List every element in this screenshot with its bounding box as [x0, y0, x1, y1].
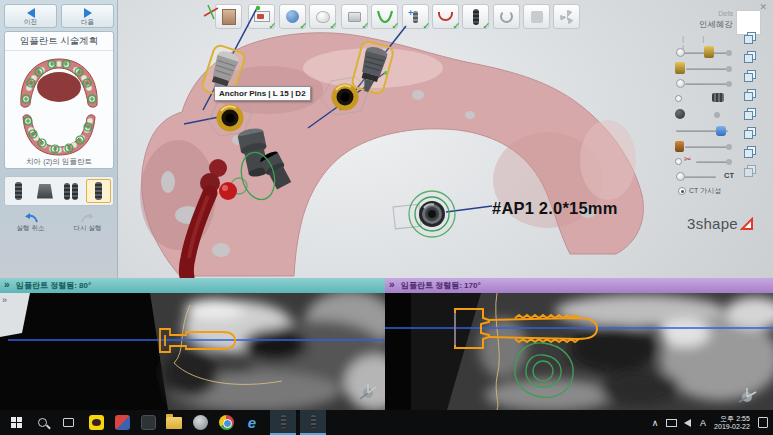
copy-layer-button-5[interactable]: [744, 108, 758, 121]
ie-icon: e: [248, 414, 256, 431]
taskbar-search-button[interactable]: [30, 410, 54, 435]
ap1-dimension-label: #AP1 2.0*15mm: [492, 199, 618, 218]
ct-cross-section-right[interactable]: [385, 293, 773, 410]
upper-jaw-overview-image[interactable]: [5, 51, 113, 109]
chrome-icon: [219, 415, 234, 430]
radio-icon[interactable]: [675, 95, 682, 102]
ct-cross-section-left[interactable]: [0, 293, 385, 410]
ime-label: A: [700, 418, 706, 428]
red-blue-app-icon: [115, 415, 130, 430]
taskbar-app-2[interactable]: [110, 410, 134, 435]
undo-arrow-icon: [23, 213, 39, 223]
visibility-panel: | | | ✂: [674, 28, 770, 213]
ct-slider-label: CT: [724, 171, 734, 180]
implant-app-icon: [311, 415, 316, 428]
windows-taskbar: e ∧ A 오후 2:55 2019-02-22: [0, 410, 773, 435]
anchor-pin-icon: [95, 182, 102, 200]
notification-icon: [758, 417, 768, 428]
action-center-button[interactable]: [754, 410, 772, 435]
cross-section-panel-left: » 임플란트 정렬됨: 80° »: [0, 278, 385, 410]
taskbar-clock[interactable]: 오후 2:55 2019-02-22: [712, 410, 752, 435]
copy-layer-button-2[interactable]: [744, 51, 758, 64]
clock-date: 2019-02-22: [714, 423, 750, 431]
lower-jaw-overview-image[interactable]: [5, 113, 113, 163]
implant-app-icon: [281, 415, 286, 428]
tray-volume-icon[interactable]: [681, 410, 694, 435]
taskbar-app-3[interactable]: [136, 410, 160, 435]
tray-overflow-chevron[interactable]: ∧: [648, 410, 662, 435]
slider-dark-model[interactable]: [676, 108, 732, 122]
windows-logo-icon: [11, 417, 22, 428]
task-view-button[interactable]: [56, 410, 80, 435]
active-app-implant-studio-1[interactable]: [270, 410, 296, 435]
copper-cylinder-icon: [675, 141, 684, 152]
copy-layer-button-7[interactable]: [744, 146, 758, 159]
anchor-pin-tooltip: Anchor Pins | L 15 | D2: [214, 86, 311, 101]
next-step-button[interactable]: 다음: [61, 4, 114, 28]
dark-app-icon: [141, 415, 156, 430]
kakao-icon: [89, 415, 104, 430]
cross-section-header-left[interactable]: » 임플란트 정렬됨: 80°: [0, 278, 385, 293]
folder-icon: [166, 417, 182, 429]
slider-scan-surface[interactable]: [676, 77, 732, 91]
tray-display-icon[interactable]: [664, 410, 679, 435]
ct-view-right[interactable]: [385, 293, 773, 410]
task-view-icon: [63, 418, 74, 427]
slider-ct[interactable]: CT: [676, 170, 732, 184]
prev-label: 이전: [24, 18, 37, 25]
slider-teeth[interactable]: [676, 92, 732, 106]
redo-arrow-icon: [80, 213, 96, 223]
arrow-left-icon: [27, 8, 35, 18]
implant-type-row: [4, 176, 114, 206]
start-button[interactable]: [4, 410, 28, 435]
logo-triangle-icon: [740, 217, 754, 231]
copy-layer-button-8[interactable]: [744, 165, 758, 178]
implant-type-double-button[interactable]: [60, 179, 83, 203]
ct-visibility-label: CT 가시성: [689, 186, 721, 196]
undo-button[interactable]: 실행 취소: [4, 210, 57, 236]
chevron-expand-icon[interactable]: »: [4, 279, 10, 290]
implant-type-abutment-button[interactable]: [33, 179, 56, 203]
redo-button[interactable]: 다시 실행: [61, 210, 114, 236]
chevron-expand-icon[interactable]: »: [2, 295, 7, 305]
chevron-expand-icon[interactable]: »: [389, 279, 395, 290]
slider-cut-tool[interactable]: ✂: [676, 155, 732, 169]
cross-section-header-right[interactable]: » 임플란트 정렬됨: 170°: [385, 278, 773, 293]
radio-icon[interactable]: [675, 158, 682, 165]
arrow-right-icon: [84, 8, 92, 18]
chevron-up-icon: ∧: [652, 418, 659, 428]
active-app-implant-studio-2[interactable]: [300, 410, 326, 435]
gold-sleeve-icon: [675, 62, 685, 74]
implant-type-screw-button[interactable]: [7, 179, 30, 203]
taskbar-app-kakao[interactable]: [84, 410, 108, 435]
implant-screw-icon: [15, 182, 22, 200]
search-icon: [38, 418, 47, 427]
ime-indicator[interactable]: A: [696, 410, 710, 435]
ct-visibility-toggle[interactable]: CT 가시성: [678, 186, 721, 196]
plan-overview-card: 임플란트 시술계획: [4, 31, 114, 169]
implant-type-anchorpin-button[interactable]: [86, 179, 111, 203]
slider-copper-layer[interactable]: [676, 140, 732, 154]
copy-layer-button-1[interactable]: [744, 32, 758, 45]
anchor-pin-ap1[interactable]: [393, 191, 455, 237]
copy-layer-button-3[interactable]: [744, 70, 758, 83]
taskbar-app-5[interactable]: [188, 410, 212, 435]
slider-blue-layer[interactable]: [676, 124, 732, 138]
radio-selected-icon: [678, 187, 686, 195]
slider-sleeves[interactable]: [676, 62, 732, 76]
chrome-button[interactable]: [214, 410, 238, 435]
copy-layer-button-4[interactable]: [744, 89, 758, 102]
internet-explorer-button[interactable]: e: [240, 410, 264, 435]
blue-knob[interactable]: [716, 126, 726, 136]
prev-step-button[interactable]: 이전: [4, 4, 57, 28]
alignment-label-left: 임플란트 정렬됨: 80°: [16, 280, 91, 291]
slider-anchor-pins[interactable]: [676, 46, 732, 60]
3shape-logo: 3shape: [687, 215, 754, 232]
bone-structures: [162, 293, 385, 410]
wizard-nav: 이전 다음: [4, 4, 114, 28]
double-implant-icon: [64, 183, 78, 200]
ct-view-left[interactable]: »: [0, 293, 385, 410]
copy-layer-button-6[interactable]: [744, 127, 758, 140]
white-sphere-icon: [676, 79, 685, 88]
file-explorer-button[interactable]: [162, 410, 186, 435]
